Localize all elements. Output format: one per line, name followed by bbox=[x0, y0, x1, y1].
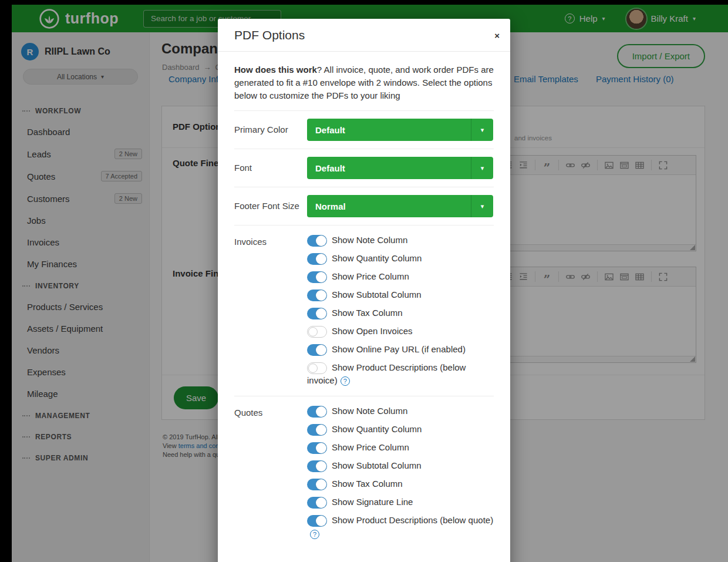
toggle-label: Show Open Invoices bbox=[332, 326, 413, 336]
toggle-knob bbox=[316, 497, 326, 508]
chevron-down-icon: ▾ bbox=[471, 119, 493, 141]
toggle-knob bbox=[316, 443, 326, 453]
modal-intro: How does this work? All invoice, quote, … bbox=[234, 63, 494, 102]
toggle-option: Show Product Descriptions (below quote)? bbox=[307, 514, 494, 540]
field-label: Footer Font Size bbox=[234, 200, 307, 212]
field-label: Font bbox=[234, 162, 307, 174]
toggle-knob bbox=[316, 254, 326, 264]
toggle-show-subtotal-column[interactable] bbox=[307, 290, 327, 301]
toggle-knob bbox=[316, 425, 326, 435]
toggle-label: Show Subtotal Column bbox=[332, 290, 422, 299]
toggle-option: Show Price Column bbox=[307, 270, 494, 283]
modal-field-row: Primary Color Default ▾ bbox=[234, 110, 494, 149]
toggle-label: Show Quantity Column bbox=[332, 424, 422, 434]
close-icon[interactable]: × bbox=[494, 31, 500, 41]
intro-bold: How does this work bbox=[234, 65, 317, 75]
toggle-list: Show Note ColumnShow Quantity ColumnShow… bbox=[307, 405, 494, 545]
toggle-knob bbox=[316, 516, 326, 526]
toggle-show-product-descriptions-below-quote[interactable] bbox=[307, 515, 327, 527]
toggle-show-subtotal-column[interactable] bbox=[307, 460, 327, 472]
toggle-knob bbox=[308, 327, 318, 336]
dropdown-value: Normal bbox=[315, 201, 346, 211]
toggle-show-product-descriptions-below-invoice[interactable] bbox=[307, 362, 327, 374]
chevron-down-icon: ▾ bbox=[471, 157, 493, 179]
toggle-option: Show Signature Line bbox=[307, 496, 494, 509]
toggle-option: Show Quantity Column bbox=[307, 252, 494, 265]
toggle-show-quantity-column[interactable] bbox=[307, 253, 327, 265]
toggle-label: Show Tax Column bbox=[332, 479, 403, 489]
toggle-label: Show Price Column bbox=[332, 442, 409, 452]
modal-header: PDF Options × bbox=[218, 19, 510, 52]
toggle-knob bbox=[308, 364, 318, 373]
toggle-show-price-column[interactable] bbox=[307, 442, 327, 454]
toggle-option: Show Price Column bbox=[307, 441, 494, 454]
toggle-knob bbox=[316, 308, 326, 319]
toggle-label: Show Note Column bbox=[332, 406, 407, 416]
toggle-knob bbox=[316, 235, 326, 246]
toggle-label: Show Signature Line bbox=[332, 497, 413, 507]
toggle-show-signature-line[interactable] bbox=[307, 497, 327, 509]
toggle-show-online-pay-url-if-enabled[interactable] bbox=[307, 344, 327, 356]
field-label: Invoices bbox=[234, 234, 307, 392]
toggle-show-note-column[interactable] bbox=[307, 235, 327, 247]
help-icon[interactable]: ? bbox=[341, 376, 350, 386]
help-icon[interactable]: ? bbox=[310, 530, 319, 539]
toggle-option: Show Product Descriptions (below invoice… bbox=[307, 361, 494, 387]
toggle-knob bbox=[316, 479, 326, 490]
modal-field-row: Font Default ▾ bbox=[234, 149, 494, 187]
toggle-option: Show Subtotal Column bbox=[307, 288, 494, 301]
dropdown-font[interactable]: Default ▾ bbox=[307, 157, 493, 179]
toggle-label: Show Subtotal Column bbox=[332, 460, 422, 470]
toggle-label: Show Product Descriptions (below invoice… bbox=[307, 362, 466, 385]
toggle-label: Show Tax Column bbox=[332, 308, 403, 318]
select-rows: Primary Color Default ▾ Font Default ▾ F… bbox=[234, 110, 494, 225]
toggle-show-tax-column[interactable] bbox=[307, 308, 327, 319]
toggle-label: Show Quantity Column bbox=[332, 253, 422, 263]
toggle-option: Show Note Column bbox=[307, 405, 494, 418]
toggle-knob bbox=[316, 461, 326, 472]
pdf-options-modal: PDF Options × How does this work? All in… bbox=[218, 19, 510, 562]
dropdown-footer-font-size[interactable]: Normal ▾ bbox=[307, 195, 493, 217]
toggle-option: Show Note Column bbox=[307, 234, 494, 247]
toggle-show-open-invoices[interactable] bbox=[307, 326, 327, 338]
modal-toggle-group: Quotes Show Note ColumnShow Quantity Col… bbox=[234, 396, 494, 548]
toggle-show-tax-column[interactable] bbox=[307, 479, 327, 490]
toggle-show-price-column[interactable] bbox=[307, 271, 327, 283]
toggle-option: Show Tax Column bbox=[307, 477, 494, 490]
dropdown-value: Default bbox=[315, 163, 345, 173]
field-label: Primary Color bbox=[234, 124, 307, 136]
toggle-knob bbox=[316, 272, 326, 282]
modal-title: PDF Options bbox=[234, 28, 305, 42]
toggle-option: Show Online Pay URL (if enabled) bbox=[307, 343, 494, 356]
toggle-option: Show Subtotal Column bbox=[307, 459, 494, 472]
modal-field-row: Footer Font Size Normal ▾ bbox=[234, 187, 494, 225]
modal-toggle-group: Invoices Show Note ColumnShow Quantity C… bbox=[234, 225, 494, 396]
toggle-groups: Invoices Show Note ColumnShow Quantity C… bbox=[234, 225, 494, 548]
dropdown-primary-color[interactable]: Default ▾ bbox=[307, 119, 493, 141]
modal-body: How does this work? All invoice, quote, … bbox=[218, 63, 510, 548]
toggle-label: Show Online Pay URL (if enabled) bbox=[332, 344, 466, 354]
toggle-label: Show Product Descriptions (below quote) bbox=[332, 515, 493, 525]
toggle-knob bbox=[316, 290, 326, 301]
toggle-knob bbox=[316, 406, 326, 417]
toggle-option: Show Tax Column bbox=[307, 307, 494, 319]
dropdown-value: Default bbox=[315, 125, 345, 135]
toggle-label: Show Note Column bbox=[332, 235, 407, 245]
toggle-label: Show Price Column bbox=[332, 271, 409, 281]
toggle-list: Show Note ColumnShow Quantity ColumnShow… bbox=[307, 234, 494, 392]
chevron-down-icon: ▾ bbox=[471, 195, 493, 217]
toggle-option: Show Quantity Column bbox=[307, 423, 494, 436]
toggle-option: Show Open Invoices bbox=[307, 325, 494, 338]
toggle-knob bbox=[316, 345, 326, 355]
toggle-show-note-column[interactable] bbox=[307, 406, 327, 418]
toggle-show-quantity-column[interactable] bbox=[307, 424, 327, 436]
field-label: Quotes bbox=[234, 405, 307, 545]
